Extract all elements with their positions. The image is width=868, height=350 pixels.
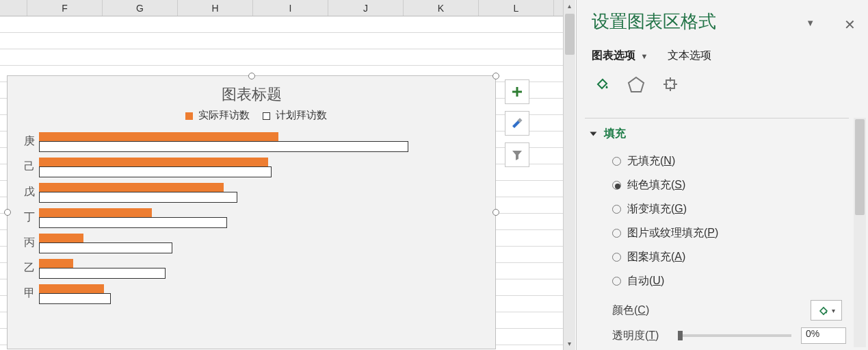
effects-icon[interactable] [626, 74, 646, 95]
scroll-up-button[interactable]: ▴ [564, 0, 575, 12]
color-picker-button[interactable]: ▾ [811, 300, 842, 321]
chevron-down-icon: ▾ [832, 307, 835, 314]
pane-close-button[interactable]: ✕ [844, 16, 856, 33]
bar-row: 乙 [39, 257, 482, 282]
chevron-down-icon: ▼ [640, 52, 648, 60]
disclosure-triangle-icon [590, 132, 596, 136]
bar-row: 戊 [39, 181, 482, 206]
column-header-H[interactable]: H [178, 0, 253, 16]
section-fill-header[interactable]: 填充 [592, 127, 846, 141]
radio-picture[interactable]: 图片或纹理填充(P) [612, 221, 846, 245]
size-properties-icon[interactable] [660, 74, 681, 95]
legend-swatch-actual [185, 112, 193, 120]
color-label: 颜色(C) [612, 303, 674, 318]
chart-element-buttons [505, 79, 529, 174]
radio-dot [612, 229, 621, 238]
section-fill-label: 填充 [604, 127, 626, 139]
legend-label-actual: 实际拜访数 [198, 109, 250, 121]
tab-chart-options[interactable]: 图表选项 ▼ [592, 49, 648, 63]
bar-row: 庚 [39, 130, 482, 155]
bar-plan[interactable] [39, 192, 237, 203]
column-header-L[interactable]: L [479, 0, 554, 16]
bar-plan[interactable] [39, 242, 172, 253]
bar-row: 甲 [39, 282, 482, 308]
chart-legend[interactable]: 实际拜访数 计划拜访数 [8, 109, 495, 126]
resize-handle-n[interactable] [248, 73, 255, 79]
radio-gradient[interactable]: 渐变填充(G) [612, 197, 846, 221]
radio-dot [612, 277, 621, 286]
bar-plan[interactable] [39, 268, 166, 279]
radio-auto[interactable]: 自动(U) [612, 269, 846, 293]
column-header-G[interactable]: G [103, 0, 178, 16]
embedded-chart[interactable]: 图表标题 实际拜访数 计划拜访数 庚己戊丁丙乙甲 [7, 75, 496, 349]
category-label: 甲 [18, 286, 35, 301]
bar-plan[interactable] [39, 141, 408, 152]
scroll-down-button[interactable]: ▾ [564, 338, 575, 350]
radio-solid[interactable]: 纯色填充(S) [612, 173, 846, 197]
transparency-value-box[interactable]: 0% [801, 327, 846, 344]
fill-line-icon[interactable] [592, 74, 612, 95]
pane-scrollbar[interactable] [854, 118, 866, 347]
fill-radio-group: 无填充(N)纯色填充(S)渐变填充(G)图片或纹理填充(P)图案填充(A)自动(… [592, 141, 846, 296]
radio-none[interactable]: 无填充(N) [612, 149, 846, 173]
transparency-label: 透明度(T) [612, 329, 674, 343]
pane-title: 设置图表区格式 [592, 10, 860, 34]
bar-plan[interactable] [39, 293, 111, 304]
column-header-J[interactable]: J [328, 0, 404, 16]
transparency-slider[interactable] [678, 334, 791, 337]
chart-title[interactable]: 图表标题 [8, 76, 495, 109]
tab-chart-options-label: 图表选项 [592, 49, 635, 61]
resize-handle-ne[interactable] [492, 73, 499, 79]
bar-row: 己 [39, 155, 482, 181]
bar-plan[interactable] [39, 217, 227, 228]
radio-dot [612, 205, 621, 214]
pane-options-dropdown[interactable]: ▼ [806, 18, 815, 28]
transparency-field-row: 透明度(T) 0% [592, 321, 846, 344]
column-header-row: FGHIJKLM [0, 0, 575, 16]
resize-handle-e[interactable] [492, 209, 499, 216]
radio-dot [612, 253, 621, 262]
chart-plot-area[interactable]: 庚己戊丁丙乙甲 [8, 126, 495, 308]
column-header-I[interactable]: I [253, 0, 328, 16]
column-header-K[interactable]: K [404, 0, 479, 16]
pane-body: 填充 无填充(N)纯色填充(S)渐变填充(G)图片或纹理填充(P)图案填充(A)… [585, 118, 849, 350]
bar-plan[interactable] [39, 166, 272, 177]
pane-scroll-thumb[interactable] [855, 119, 865, 215]
legend-swatch-plan [263, 112, 270, 120]
chart-styles-button[interactable] [505, 111, 529, 136]
pane-tabs: 图表选项 ▼ 文本选项 [592, 49, 860, 63]
spreadsheet-area: FGHIJKLM ▴ ▾ 图表标题 实际拜访数 计划拜访数 庚己戊丁丙乙甲 [0, 0, 575, 350]
chart-filter-button[interactable] [505, 142, 529, 167]
color-field-row: 颜色(C) ▾ [592, 296, 846, 321]
resize-handle-w[interactable] [4, 209, 11, 216]
radio-dot [612, 157, 621, 166]
paint-bucket-icon [817, 305, 828, 316]
column-header-F[interactable]: F [27, 0, 103, 16]
legend-label-plan: 计划拜访数 [276, 109, 327, 121]
radio-pattern[interactable]: 图案填充(A) [612, 245, 846, 269]
category-label: 戊 [18, 185, 35, 199]
radio-dot [612, 181, 621, 190]
category-label: 丙 [18, 236, 35, 250]
pane-category-icons [592, 74, 860, 95]
format-chart-area-pane: 设置图表区格式 ▼ ✕ 图表选项 ▼ 文本选项 填充 无填充 [576, 0, 868, 350]
chart-add-element-button[interactable] [505, 79, 529, 104]
tab-text-options[interactable]: 文本选项 [668, 49, 711, 63]
scroll-thumb[interactable] [565, 14, 575, 55]
category-label: 乙 [18, 261, 35, 275]
vertical-scrollbar[interactable]: ▴ ▾ [563, 0, 575, 350]
svg-marker-1 [629, 77, 644, 92]
bar-row: 丙 [39, 232, 482, 257]
category-label: 己 [18, 160, 35, 174]
category-label: 庚 [18, 134, 35, 149]
bar-row: 丁 [39, 206, 482, 232]
slider-thumb[interactable] [678, 331, 683, 340]
category-label: 丁 [18, 210, 35, 225]
